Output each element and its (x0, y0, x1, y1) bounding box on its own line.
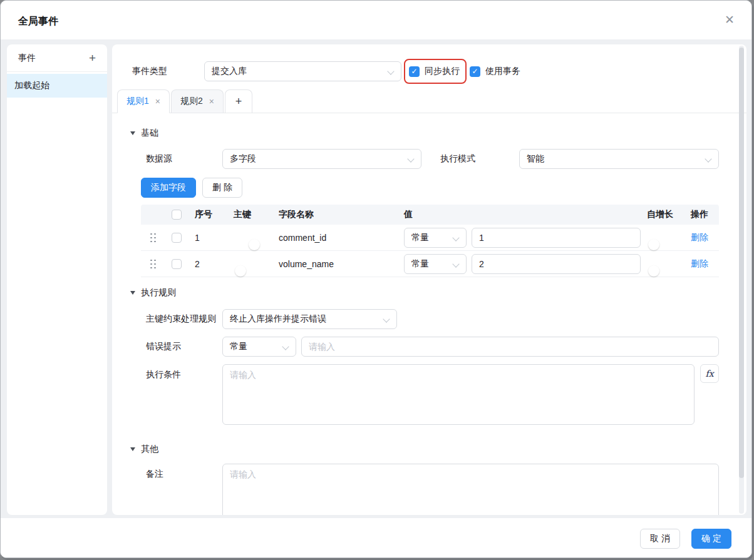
value-type-select[interactable]: 常量 (404, 228, 467, 248)
table-row: 2 volume_name 常量 删除 (141, 251, 719, 277)
pk-rule-select[interactable]: 终止入库操作并提示错误 (222, 309, 397, 329)
section-other-title: 其他 (141, 444, 158, 455)
row-index: 2 (189, 259, 227, 269)
tab-rule-2[interactable]: 规则2 × (171, 89, 224, 113)
rule-tabbar: 规则1 × 规则2 × + (112, 89, 746, 113)
confirm-button[interactable]: 确 定 (691, 529, 731, 549)
remark-label: 备注 (146, 464, 222, 484)
add-field-button[interactable]: 添加字段 (141, 178, 196, 198)
event-type-row: 事件类型 提交入库 ✓ 同步执行 ✓ 使用事务 (132, 58, 746, 85)
exec-mode-select[interactable]: 智能 (519, 149, 719, 169)
select-all-checkbox[interactable] (172, 210, 182, 220)
error-tip-type-select[interactable]: 常量 (222, 337, 296, 357)
chevron-down-icon (452, 260, 459, 267)
value-input[interactable] (472, 228, 641, 248)
collapse-caret-icon[interactable] (130, 447, 135, 451)
tab-rule-2-label: 规则2 (180, 96, 203, 107)
error-tip-label: 错误提示 (146, 341, 222, 352)
delete-fields-button[interactable]: 删 除 (202, 178, 242, 198)
section-exec-rules: 执行规则 (130, 287, 746, 298)
event-type-select[interactable]: 提交入库 (204, 61, 401, 81)
transaction-checkbox-group[interactable]: ✓ 使用事务 (470, 66, 520, 77)
row-index: 1 (189, 233, 227, 243)
event-sidebar: 事件 + 加载起始 (7, 44, 107, 515)
add-event-icon[interactable]: + (89, 52, 96, 64)
transaction-checkbox[interactable]: ✓ (470, 66, 480, 77)
sidebar-item-load-start[interactable]: 加载起始 (7, 74, 107, 98)
chevron-down-icon (407, 155, 414, 162)
delete-row-link[interactable]: 删除 (691, 232, 708, 242)
pk-rule-label: 主键约束处理规则 (146, 313, 222, 325)
sync-exec-label: 同步执行 (425, 66, 460, 77)
sidebar-title: 事件 (18, 53, 36, 64)
collapse-caret-icon[interactable] (130, 291, 135, 295)
collapse-caret-icon[interactable] (130, 131, 135, 135)
col-index: 序号 (189, 209, 227, 220)
formula-fx-button[interactable]: fx (700, 364, 719, 383)
tab-rule-1[interactable]: 规则1 × (117, 89, 170, 113)
exec-condition-textarea[interactable] (222, 364, 695, 425)
col-action: 操作 (684, 209, 719, 220)
chevron-down-icon (705, 155, 711, 162)
chevron-down-icon (282, 343, 289, 350)
transaction-label: 使用事务 (485, 66, 520, 77)
scrollbar-thumb[interactable] (739, 48, 744, 478)
dialog-footer: 取 消 确 定 (1, 518, 751, 558)
chevron-down-icon (387, 68, 394, 74)
datasource-select[interactable]: 多字段 (222, 149, 421, 169)
vertical-scrollbar[interactable] (739, 46, 744, 514)
field-actions-row: 添加字段 删 除 (141, 178, 746, 198)
sync-exec-annotation: ✓ 同步执行 (404, 59, 467, 84)
datasource-row: 数据源 多字段 执行模式 智能 (146, 149, 746, 169)
event-type-value: 提交入库 (212, 66, 247, 77)
tab-rule-2-close-icon[interactable]: × (209, 96, 214, 106)
error-tip-input[interactable] (301, 337, 719, 357)
fields-table: 序号 主键 字段名称 值 自增长 操作 1 comment_id 常量 (141, 205, 719, 277)
close-icon[interactable]: ✕ (721, 12, 738, 28)
dialog-body: 事件 + 加载起始 事件类型 提交入库 ✓ 同步执行 (1, 39, 751, 518)
col-primary-key: 主键 (227, 209, 272, 220)
datasource-label: 数据源 (146, 153, 222, 165)
chevron-down-icon (452, 234, 459, 241)
pk-rule-row: 主键约束处理规则 终止入库操作并提示错误 (146, 309, 746, 329)
delete-row-link[interactable]: 删除 (691, 258, 708, 268)
field-name: comment_id (272, 233, 398, 243)
exec-mode-value: 智能 (527, 153, 544, 165)
add-rule-tab-button[interactable]: + (225, 89, 252, 113)
section-other: 其他 (130, 444, 746, 455)
remark-textarea[interactable] (222, 464, 719, 515)
global-event-dialog: 全局事件 ✕ 事件 + 加载起始 事件类型 提交入库 ✓ (0, 0, 752, 558)
fields-table-header: 序号 主键 字段名称 值 自增长 操作 (141, 205, 719, 225)
exec-condition-label: 执行条件 (146, 364, 222, 384)
cancel-button[interactable]: 取 消 (640, 529, 680, 549)
value-input[interactable] (472, 254, 641, 274)
drag-handle-icon[interactable] (149, 233, 157, 243)
error-tip-row: 错误提示 常量 (146, 337, 746, 357)
chevron-down-icon (383, 315, 390, 322)
section-exec-rules-title: 执行规则 (141, 287, 176, 298)
pk-rule-value: 终止入库操作并提示错误 (230, 313, 326, 325)
tab-rule-1-close-icon[interactable]: × (155, 96, 160, 106)
page-title: 全局事件 (18, 15, 58, 28)
col-field-name: 字段名称 (272, 209, 398, 220)
event-type-label: 事件类型 (132, 66, 204, 77)
section-basic: 基础 (130, 128, 746, 139)
row-checkbox[interactable] (172, 233, 182, 243)
table-row: 1 comment_id 常量 删除 (141, 225, 719, 251)
row-checkbox[interactable] (172, 259, 182, 269)
datasource-value: 多字段 (230, 153, 256, 165)
col-value: 值 (398, 209, 641, 220)
value-type-select[interactable]: 常量 (404, 254, 467, 274)
drag-handle-icon[interactable] (149, 259, 157, 269)
remark-row: 备注 (146, 464, 746, 515)
event-config-panel: 事件类型 提交入库 ✓ 同步执行 ✓ 使用事务 (112, 44, 746, 515)
col-auto-increment: 自增长 (641, 209, 684, 220)
sync-exec-checkbox-group[interactable]: ✓ 同步执行 (409, 66, 460, 77)
field-name: volume_name (272, 259, 398, 269)
exec-mode-label: 执行模式 (440, 153, 519, 165)
sync-exec-checkbox[interactable]: ✓ (409, 66, 420, 77)
dialog-header: 全局事件 ✕ (1, 1, 751, 39)
sidebar-header: 事件 + (7, 44, 107, 72)
tab-rule-1-label: 规则1 (127, 96, 149, 107)
section-basic-title: 基础 (141, 128, 158, 139)
